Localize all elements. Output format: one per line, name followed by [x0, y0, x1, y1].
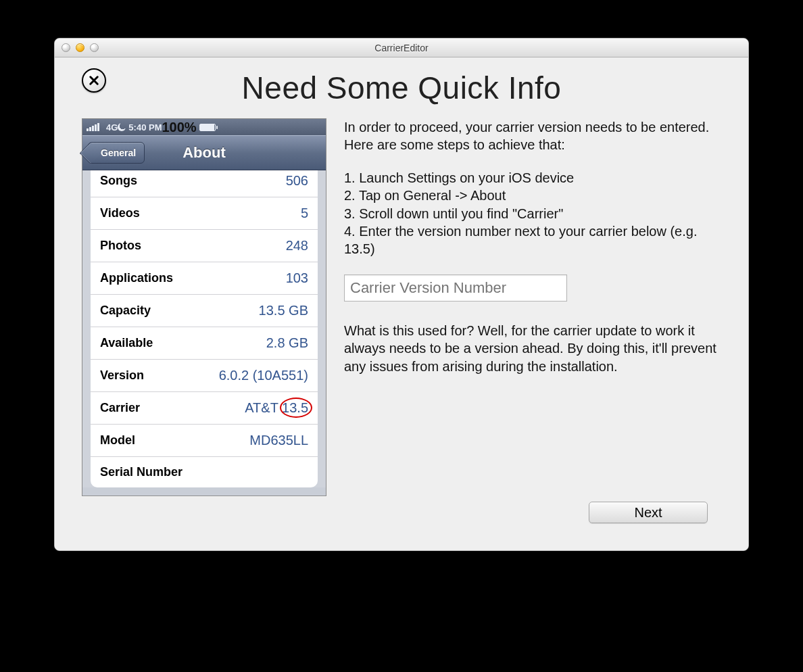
ios-navbar: General About	[82, 135, 326, 170]
row-label: Model	[100, 433, 135, 448]
titlebar: CarrierEditor	[55, 39, 748, 57]
about-row: CarrierAT&T 13.5	[91, 392, 318, 425]
step-item: 1. Launch Settings on your iOS device	[344, 169, 721, 187]
ios-status-bar: 4G 5:40 PM 100%	[82, 119, 326, 135]
row-value: AT&T 13.5	[245, 400, 308, 416]
row-label: Videos	[100, 206, 140, 220]
row-label: Photos	[100, 239, 141, 253]
row-label: Applications	[100, 271, 173, 285]
example-screenshot: 4G 5:40 PM 100% General About	[82, 118, 326, 496]
about-row: Applications103	[91, 262, 318, 295]
row-label: Serial Number	[100, 465, 182, 479]
row-label: Capacity	[100, 304, 151, 318]
moon-icon	[118, 123, 126, 131]
ios-about-list: Songs506Videos5Photos248Applications103C…	[82, 170, 326, 487]
about-row: Available2.8 GB	[91, 327, 318, 360]
row-label: Songs	[100, 174, 137, 188]
close-icon	[88, 74, 100, 87]
about-row: Songs506	[91, 170, 318, 197]
window-body: Need Some Quick Info 4G 5:40 PM	[55, 57, 748, 550]
explanation-text: What is this used for? Well, for the car…	[344, 322, 721, 375]
next-button[interactable]: Next	[589, 502, 708, 523]
row-label: Version	[100, 368, 144, 383]
row-label: Carrier	[100, 401, 140, 415]
status-net: 4G	[106, 122, 118, 133]
row-label: Available	[100, 336, 153, 350]
row-value: 6.0.2 (10A551)	[219, 368, 308, 383]
step-item: 3. Scroll down until you find "Carrier"	[344, 205, 721, 222]
row-value: 248	[286, 238, 308, 254]
row-value: 103	[286, 270, 308, 286]
nav-title: About	[82, 144, 326, 162]
row-value: 13.5 GB	[259, 303, 308, 318]
about-row: ModelMD635LL	[91, 425, 318, 457]
step-item: 2. Tap on General -> About	[344, 187, 721, 204]
row-value: 5	[301, 206, 308, 221]
intro-text: In order to proceed, your carrier versio…	[344, 118, 721, 154]
status-time: 5:40 PM	[128, 122, 162, 133]
close-panel-button[interactable]	[82, 68, 106, 93]
row-value: 506	[286, 173, 308, 189]
about-row: Photos248	[91, 230, 318, 262]
battery-icon	[199, 124, 216, 131]
signal-icon	[87, 123, 99, 131]
row-value: MD635LL	[249, 433, 308, 448]
about-row: Version6.0.2 (10A551)	[91, 360, 318, 392]
row-value: 2.8 GB	[266, 335, 308, 351]
steps-list: 1. Launch Settings on your iOS device2. …	[344, 169, 721, 258]
status-battery-pct: 100%	[162, 118, 196, 136]
carrier-version-input[interactable]	[344, 274, 567, 302]
instructions-panel: In order to proceed, your carrier versio…	[344, 118, 721, 496]
highlight-circle	[280, 398, 312, 418]
step-item: 4. Enter the version number next to your…	[344, 222, 721, 258]
app-window: CarrierEditor Need Some Quick Info 4G	[54, 38, 749, 551]
about-row: Capacity13.5 GB	[91, 295, 318, 327]
window-title: CarrierEditor	[55, 43, 748, 53]
about-row: Serial Number	[91, 457, 318, 487]
page-heading: Need Some Quick Info	[82, 70, 721, 106]
about-row: Videos5	[91, 197, 318, 230]
